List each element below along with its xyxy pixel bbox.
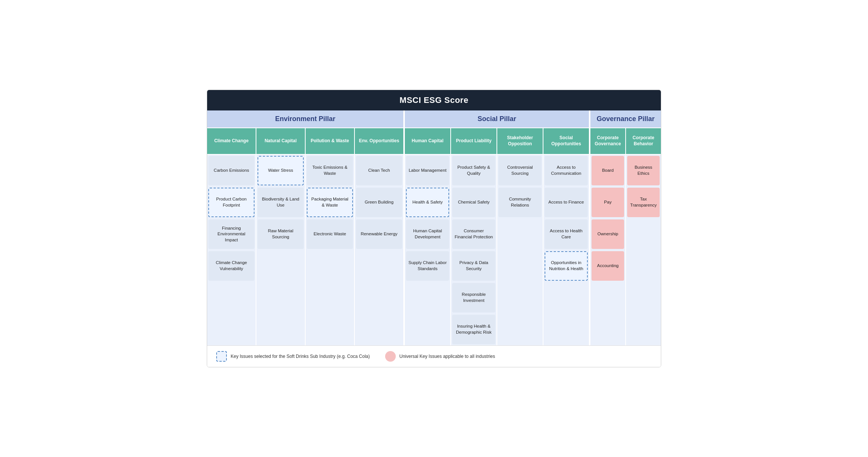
health-safety-cell: Health & Safety	[406, 188, 449, 217]
access-health-cell: Access to Health Care	[545, 219, 588, 249]
accounting-cell: Accounting	[592, 251, 624, 281]
env-sub-headers: Climate Change Natural Capital Pollution…	[207, 128, 403, 155]
sub-header-stakeholder: Stakeholder Opposition	[497, 128, 543, 155]
sub-header-product: Product Liability	[451, 128, 497, 155]
tax-transparency-cell: Tax Transparency	[627, 188, 660, 217]
access-comm-cell: Access to Communication	[545, 156, 588, 185]
climate-change-col: Carbon Emissions Product Carbon Footprin…	[207, 155, 256, 345]
product-liability-col: Product Safety & Quality Chemical Safety…	[451, 155, 497, 345]
board-cell: Board	[592, 156, 624, 185]
so-empty1	[498, 219, 542, 249]
so-empty3	[498, 283, 542, 312]
cg-empty2	[592, 315, 624, 344]
supply-chain-cell: Supply Chain Labor Standards	[406, 251, 449, 281]
cg-empty1	[592, 283, 624, 312]
cb-empty1	[627, 219, 660, 249]
green-building-cell: Green Building	[356, 188, 402, 217]
so-empty2	[498, 251, 542, 281]
product-carbon-cell: Product Carbon Footprint	[208, 188, 254, 217]
soc-opp-empty2	[545, 315, 588, 344]
pink-legend-icon	[385, 351, 396, 362]
ownership-cell: Ownership	[592, 219, 624, 249]
hc-empty1	[406, 283, 449, 312]
human-capital-col: Labor Management Health & Safety Human C…	[405, 155, 451, 345]
pollution-empty-cell	[307, 251, 353, 281]
climate-vuln-cell: Climate Change Vulnerability	[208, 251, 254, 281]
so-empty4	[498, 315, 542, 344]
raw-material-cell: Raw Material Sourcing	[258, 219, 304, 249]
sub-header-env-opp: Env. Opportunities	[355, 128, 403, 155]
chemical-safety-cell: Chemical Safety	[452, 188, 495, 217]
sub-header-corp-gov: Corporate Governance	[590, 128, 626, 155]
social-pillar-header: Social Pillar	[405, 110, 589, 128]
carbon-emissions-cell: Carbon Emissions	[208, 156, 254, 185]
cb-empty4	[627, 315, 660, 344]
business-ethics-cell: Business Ethics	[627, 156, 660, 185]
consumer-financial-cell: Consumer Financial Protection	[452, 219, 495, 249]
opp-nutrition-cell: Opportunities in Nutrition & Health	[545, 251, 588, 281]
corp-beh-col: Business Ethics Tax Transparency	[626, 155, 661, 345]
sub-header-climate: Climate Change	[207, 128, 256, 155]
pink-legend-text: Universal Key Issues applicable to all i…	[400, 354, 495, 359]
gov-columns: Board Pay Ownership Accounting Business …	[590, 155, 661, 345]
social-pillar-section: Social Pillar Human Capital Product Liab…	[404, 110, 590, 345]
soc-opp-empty1	[545, 283, 588, 312]
biodiversity-cell: Biodiversity & Land Use	[258, 188, 304, 217]
pillars-row: Environment Pillar Climate Change Natura…	[207, 110, 661, 345]
privacy-data-cell: Privacy & Data Security	[452, 251, 495, 281]
dashed-legend-icon	[216, 351, 227, 362]
sub-header-corp-beh: Corporate Behavior	[626, 128, 661, 155]
corp-gov-col: Board Pay Ownership Accounting	[590, 155, 626, 345]
financing-env-cell: Financing Environmental Impact	[208, 219, 254, 249]
pollution-col: Toxic Emissions & Waste Packaging Materi…	[306, 155, 355, 345]
clean-tech-cell: Clean Tech	[356, 156, 402, 185]
social-sub-headers: Human Capital Product Liability Stakehol…	[405, 128, 589, 155]
sub-header-social-opp: Social Opportunities	[543, 128, 589, 155]
pink-legend-item: Universal Key Issues applicable to all i…	[385, 351, 495, 362]
access-finance-cell: Access to Finance	[545, 188, 588, 217]
chart-container: MSCI ESG Score Environment Pillar Climat…	[207, 90, 661, 367]
gov-pillar-header: Governance Pillar	[590, 110, 661, 128]
product-safety-cell: Product Safety & Quality	[452, 156, 495, 185]
social-columns: Labor Management Health & Safety Human C…	[405, 155, 589, 345]
gov-pillar-section: Governance Pillar Corporate Governance C…	[590, 110, 661, 345]
water-stress-cell: Water Stress	[258, 156, 304, 185]
natural-empty-cell	[258, 251, 304, 281]
packaging-material-cell: Packaging Material & Waste	[307, 188, 353, 217]
responsible-invest-cell: Responsible Investment	[452, 283, 495, 312]
cb-empty2	[627, 251, 660, 281]
natural-capital-col: Water Stress Biodiversity & Land Use Raw…	[256, 155, 306, 345]
env-opp-col: Clean Tech Green Building Renewable Ener…	[355, 155, 403, 345]
stakeholder-opp-col: Controversial Sourcing Community Relatio…	[497, 155, 543, 345]
hc-empty2	[406, 315, 449, 344]
env-pillar-header: Environment Pillar	[207, 110, 403, 128]
env-opp-empty-cell	[356, 251, 402, 281]
insuring-health-cell: Insuring Health & Demographic Risk	[452, 315, 495, 344]
sub-header-pollution: Pollution & Waste	[306, 128, 355, 155]
community-relations-cell: Community Relations	[498, 188, 542, 217]
social-opp-col: Access to Communication Access to Financ…	[543, 155, 589, 345]
dashed-legend-text: Key Issues selected for the Soft Drinks …	[231, 354, 370, 359]
cb-empty3	[627, 283, 660, 312]
sub-header-human: Human Capital	[405, 128, 451, 155]
env-pillar-section: Environment Pillar Climate Change Natura…	[207, 110, 404, 345]
toxic-emissions-cell: Toxic Emissions & Waste	[307, 156, 353, 185]
sub-header-natural: Natural Capital	[256, 128, 306, 155]
legend-row: Key Issues selected for the Soft Drinks …	[207, 345, 661, 367]
dashed-legend-item: Key Issues selected for the Soft Drinks …	[216, 351, 370, 362]
pay-cell: Pay	[592, 188, 624, 217]
gov-sub-headers: Corporate Governance Corporate Behavior	[590, 128, 661, 155]
controversial-sourcing-cell: Controversial Sourcing	[498, 156, 542, 185]
electronic-waste-cell: Electronic Waste	[307, 219, 353, 249]
env-columns: Carbon Emissions Product Carbon Footprin…	[207, 155, 403, 345]
renewable-energy-cell: Renewable Energy	[356, 219, 402, 249]
labor-mgmt-cell: Labor Management	[406, 156, 449, 185]
human-cap-dev-cell: Human Capital Development	[406, 219, 449, 249]
chart-title: MSCI ESG Score	[207, 90, 661, 110]
